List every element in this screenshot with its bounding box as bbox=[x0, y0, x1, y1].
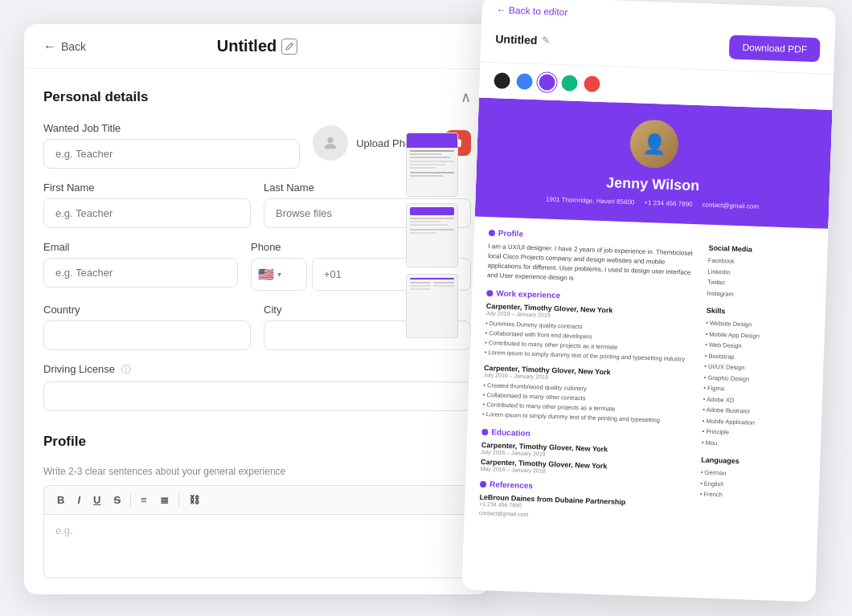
email-group: Email bbox=[43, 241, 238, 291]
italic-button[interactable]: I bbox=[74, 492, 84, 508]
strikethrough-button[interactable]: S bbox=[110, 492, 124, 508]
resume-profile-text: I am a UX/UI designer. I have 2 years of… bbox=[487, 242, 698, 288]
resume-name: Jenny Wilson bbox=[490, 170, 815, 198]
preview-title: Untitled bbox=[495, 32, 538, 47]
personal-details-title: Personal details bbox=[43, 89, 148, 105]
languages-items: • German • English • French bbox=[700, 467, 805, 503]
resume-profile-section: Profile I am a UX/UI designer. I have 2 … bbox=[487, 228, 698, 288]
country-label: Country bbox=[43, 304, 251, 316]
resume-education-title: Education bbox=[481, 427, 690, 443]
ordered-list-button[interactable]: ≣ bbox=[157, 492, 172, 508]
work-job-desc-1: • Dummies Dummy quality contracts • Coll… bbox=[485, 319, 695, 365]
resume-work-title: Work experience bbox=[486, 288, 695, 304]
social-media-items: FacebookLinkedInTwitterInstagram bbox=[707, 255, 813, 303]
link-button[interactable]: ⛓ bbox=[186, 492, 203, 508]
first-name-group: First Name bbox=[43, 182, 251, 228]
skills-section: Skills • Website Design • Mobile App Des… bbox=[702, 307, 811, 451]
profile-dot bbox=[489, 230, 495, 236]
resume-address: 1901 Thornridge, Haveri 85600 bbox=[546, 196, 635, 206]
avatar-image: 👤 bbox=[629, 119, 679, 169]
driving-license-group: Driving License ⓘ bbox=[43, 363, 471, 411]
work-dot bbox=[486, 290, 493, 296]
back-label: Back bbox=[61, 40, 86, 53]
preview-panel: ← Back to editor Untitled ✎ Download PDF… bbox=[461, 0, 836, 602]
thumbnail-strip bbox=[406, 133, 466, 338]
reference-entry-1: LeBroun Daines from Dubaine Partnership … bbox=[479, 493, 689, 523]
toolbar-divider-2 bbox=[178, 494, 179, 507]
thumbnail-3[interactable] bbox=[406, 274, 458, 338]
color-red[interactable] bbox=[584, 75, 600, 92]
thumbnail-1[interactable] bbox=[406, 133, 458, 197]
first-name-input[interactable] bbox=[43, 198, 251, 228]
country-input[interactable] bbox=[43, 320, 251, 350]
driving-license-info-icon: ⓘ bbox=[121, 364, 131, 375]
work-entry-2: Carpenter, Timothy Glover, New York July… bbox=[482, 364, 693, 426]
social-media-title: Social Media bbox=[708, 244, 813, 256]
editor-header: ← Back Untitled bbox=[24, 24, 490, 69]
languages-section: Languages • German • English • French bbox=[700, 455, 806, 503]
underline-button[interactable]: U bbox=[90, 492, 104, 508]
driving-license-input[interactable] bbox=[43, 381, 471, 411]
bold-button[interactable]: B bbox=[54, 492, 68, 508]
resume-profile-title: Profile bbox=[489, 228, 698, 244]
resume-email: contact@gmail.com bbox=[702, 201, 759, 210]
job-title-label: Wanted Job Title bbox=[43, 122, 300, 134]
svg-point-0 bbox=[328, 137, 334, 143]
preview-edit-icon[interactable]: ✎ bbox=[542, 35, 550, 46]
personal-details-toggle[interactable]: ∧ bbox=[461, 88, 471, 106]
personal-details-header: Personal details ∧ bbox=[43, 88, 471, 106]
edu-entry-2: Carpenter, Timothy Glover, New York May … bbox=[481, 458, 690, 479]
profile-section: Profile Write 2-3 clear sentences about … bbox=[43, 434, 471, 578]
photo-placeholder bbox=[313, 125, 348, 161]
toolbar-divider-1 bbox=[130, 494, 131, 507]
driving-license-label: Driving License ⓘ bbox=[43, 363, 471, 377]
editor-title: Untitled bbox=[217, 37, 276, 55]
resume-main-column: Profile I am a UX/UI designer. I have 2 … bbox=[479, 228, 698, 526]
email-label: Email bbox=[43, 241, 238, 253]
email-input[interactable] bbox=[43, 258, 238, 288]
resume-body: Profile I am a UX/UI designer. I have 2 … bbox=[464, 216, 828, 541]
color-black[interactable] bbox=[494, 72, 510, 89]
work-job-desc-2: • Created thumb/wood quality cubinery • … bbox=[482, 381, 693, 426]
color-blue[interactable] bbox=[516, 73, 533, 90]
country-group: Country bbox=[43, 304, 251, 350]
resume-phone: +1 234 456 7890 bbox=[644, 199, 693, 208]
resume-education-section: Education Carpenter, Timothy Glover, New… bbox=[481, 427, 691, 479]
resume-preview: 👤 Jenny Wilson 1901 Thornridge, Haveri 8… bbox=[461, 98, 832, 602]
resume-work-section: Work experience Carpenter, Timothy Glove… bbox=[482, 288, 696, 426]
references-dot bbox=[480, 480, 486, 487]
profile-title: Profile bbox=[43, 434, 86, 450]
country-flag-select[interactable]: 🇺🇸 ▾ bbox=[251, 258, 307, 291]
back-arrow-icon: ← bbox=[43, 39, 56, 54]
profile-subtitle: Write 2-3 clear sentences about your gen… bbox=[43, 466, 471, 477]
resume-avatar: 👤 bbox=[629, 119, 679, 169]
color-purple[interactable] bbox=[539, 74, 555, 91]
job-title-input[interactable] bbox=[43, 139, 300, 169]
edit-title-icon[interactable] bbox=[281, 39, 297, 55]
color-green[interactable] bbox=[561, 75, 578, 92]
skills-items: • Website Design • Mobile App Design • W… bbox=[702, 318, 811, 451]
first-name-label: First Name bbox=[43, 182, 251, 194]
resume-sidebar-column: Social Media FacebookLinkedInTwitterInst… bbox=[698, 236, 813, 530]
job-title-group: Wanted Job Title bbox=[43, 122, 300, 169]
languages-title: Languages bbox=[701, 455, 805, 467]
profile-placeholder: e.g. bbox=[55, 524, 73, 536]
education-dot bbox=[481, 428, 488, 434]
profile-header: Profile bbox=[43, 434, 471, 450]
resume-header-band: 👤 Jenny Wilson 1901 Thornridge, Haveri 8… bbox=[475, 98, 833, 229]
rich-text-toolbar: B I U S ≡ ≣ ⛓ bbox=[43, 485, 471, 514]
work-entry-1: Carpenter, Timothy Glover, New York July… bbox=[485, 302, 695, 365]
back-button[interactable]: ← Back bbox=[43, 39, 86, 54]
profile-text-area[interactable]: e.g. bbox=[43, 514, 471, 578]
thumbnail-2[interactable] bbox=[406, 203, 458, 267]
download-pdf-button[interactable]: Download PDF bbox=[729, 35, 821, 62]
social-media-section: Social Media FacebookLinkedInTwitterInst… bbox=[707, 244, 813, 302]
unordered-list-button[interactable]: ≡ bbox=[137, 492, 150, 508]
resume-references-section: References LeBroun Daines from Dubaine P… bbox=[479, 479, 689, 523]
resume-references-title: References bbox=[480, 479, 689, 496]
skills-title: Skills bbox=[707, 307, 811, 319]
